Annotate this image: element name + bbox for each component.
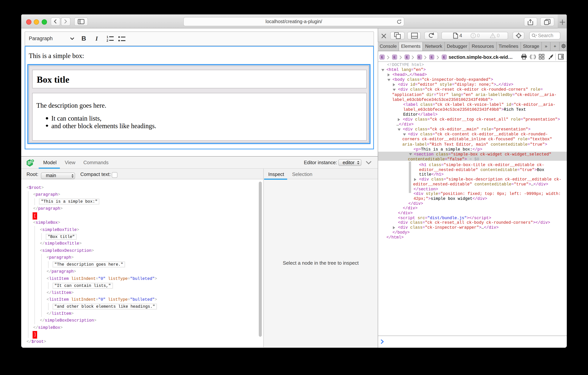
- svg-text:5: 5: [32, 159, 33, 162]
- svg-text:2: 2: [106, 39, 108, 42]
- svg-text:1: 1: [106, 36, 108, 39]
